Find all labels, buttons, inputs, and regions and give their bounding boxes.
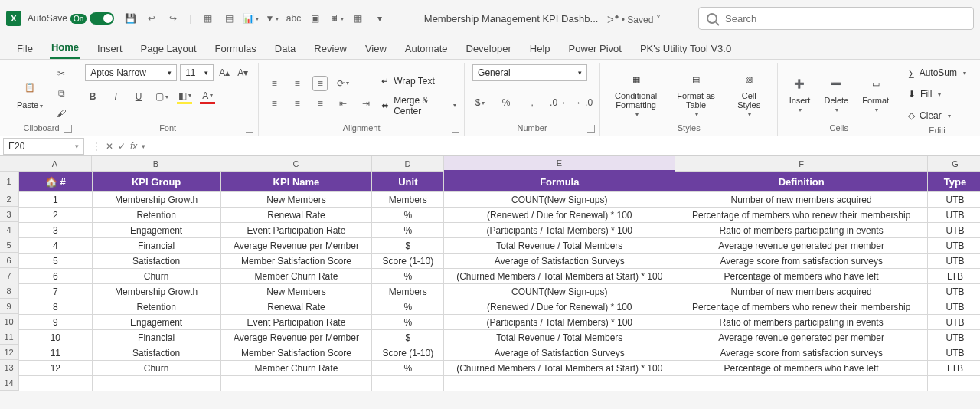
cell[interactable]: UTB: [928, 238, 980, 254]
cell[interactable]: 11: [19, 345, 93, 361]
cell[interactable]: Churn: [92, 361, 220, 376]
row-header-7[interactable]: 7: [0, 268, 18, 283]
autosave-toggle[interactable]: [90, 12, 114, 25]
merge-center-button[interactable]: ⬌Merge & Center: [381, 97, 456, 114]
cell[interactable]: (Churned Members / Total Members at Star…: [444, 361, 675, 376]
cell[interactable]: Percentage of members who have left: [675, 269, 928, 284]
dialog-launcher-alignment[interactable]: [452, 125, 459, 133]
cell[interactable]: Retention: [92, 299, 220, 315]
cell[interactable]: (Churned Members / Total Members at Star…: [444, 269, 675, 284]
increase-indent-icon[interactable]: ⇥: [358, 96, 374, 111]
cell[interactable]: Members: [372, 192, 444, 208]
decrease-decimal-icon[interactable]: ←.0: [577, 95, 592, 110]
macros-icon[interactable]: ▦: [351, 11, 365, 25]
cell[interactable]: COUNT(New Sign-ups): [444, 284, 675, 299]
qat-overflow-icon[interactable]: ▾: [373, 11, 387, 25]
formula-input[interactable]: [150, 141, 980, 152]
cell[interactable]: Number of new members acquired: [675, 284, 928, 299]
header-cell-E[interactable]: Formula: [444, 172, 675, 192]
ribbon-tab-help[interactable]: Help: [528, 40, 552, 59]
cell[interactable]: Member Satisfaction Score: [220, 254, 372, 269]
underline-button[interactable]: U: [131, 89, 146, 104]
dialog-launcher-clipboard[interactable]: [64, 125, 72, 133]
font-name-select[interactable]: Aptos Narrow▾: [85, 64, 177, 81]
cell[interactable]: (Renewed / Due for Renewal) * 100: [444, 299, 675, 315]
align-top-icon[interactable]: ≡: [266, 76, 282, 91]
cell[interactable]: New Members: [220, 192, 372, 208]
align-center-icon[interactable]: ≡: [289, 96, 305, 111]
cell[interactable]: 7: [19, 284, 93, 299]
row-header-10[interactable]: 10: [0, 314, 18, 329]
delete-cells-button[interactable]: ➖Delete: [821, 71, 851, 115]
cell[interactable]: UTB: [928, 330, 980, 345]
cell[interactable]: Engagement: [92, 315, 220, 330]
cell[interactable]: %: [372, 315, 444, 330]
cell[interactable]: Average Revenue per Member: [220, 238, 372, 254]
cell[interactable]: Percentage of members who have left: [675, 361, 928, 376]
cell[interactable]: 6: [19, 269, 93, 284]
increase-font-icon[interactable]: A▴: [217, 65, 232, 80]
cell[interactable]: Churn: [92, 269, 220, 284]
redo-icon[interactable]: ↪: [166, 11, 180, 25]
cell[interactable]: 2: [19, 208, 93, 223]
header-cell-C[interactable]: KPI Name: [220, 172, 372, 192]
cell[interactable]: Average revenue generated per member: [675, 238, 928, 254]
ribbon-tab-home[interactable]: Home: [50, 38, 80, 59]
header-cell-G[interactable]: Type: [928, 172, 980, 192]
calc-icon[interactable]: 🖩: [330, 11, 344, 25]
fx-dropdown-icon[interactable]: ▾: [142, 142, 145, 150]
cell[interactable]: Percentage of members who renew their me…: [675, 208, 928, 223]
cell[interactable]: Percentage of members who renew their me…: [675, 299, 928, 315]
pivot-icon[interactable]: ▤: [223, 11, 237, 25]
header-cell-F[interactable]: Definition: [675, 172, 928, 192]
number-format-select[interactable]: General▾: [472, 64, 587, 81]
cell[interactable]: (Participants / Total Members) * 100: [444, 315, 675, 330]
row-header-13[interactable]: 13: [0, 360, 18, 375]
cell[interactable]: Average revenue generated per member: [675, 330, 928, 345]
filter-icon[interactable]: ▼: [266, 11, 279, 25]
cell[interactable]: [19, 376, 93, 391]
decrease-indent-icon[interactable]: ⇤: [335, 96, 351, 111]
cell[interactable]: Satisfaction: [92, 345, 220, 361]
cell[interactable]: Score (1-10): [372, 345, 444, 361]
cell[interactable]: %: [372, 269, 444, 284]
row-header-1[interactable]: 1: [0, 172, 18, 191]
cell[interactable]: New Members: [220, 284, 372, 299]
cell[interactable]: %: [372, 361, 444, 376]
cell[interactable]: Members: [372, 284, 444, 299]
cell[interactable]: Total Revenue / Total Members: [444, 330, 675, 345]
cell[interactable]: Average score from satisfaction surveys: [675, 254, 928, 269]
insert-cells-button[interactable]: ➕Insert: [786, 71, 813, 115]
cell[interactable]: Member Churn Rate: [220, 361, 372, 376]
cell[interactable]: Member Churn Rate: [220, 269, 372, 284]
cell[interactable]: LTB: [928, 361, 980, 376]
row-header-12[interactable]: 12: [0, 345, 18, 360]
cell[interactable]: COUNT(New Sign-ups): [444, 192, 675, 208]
cell[interactable]: 10: [19, 330, 93, 345]
cell[interactable]: [220, 376, 372, 391]
fill-button[interactable]: ⬇Fill: [908, 86, 941, 103]
ribbon-tab-review[interactable]: Review: [312, 40, 348, 59]
cell[interactable]: Engagement: [92, 223, 220, 238]
paste-button[interactable]: 📋 Paste: [14, 76, 46, 111]
cell-styles-button[interactable]: ▧ Cell Styles: [728, 67, 770, 119]
autosum-button[interactable]: ∑AutoSum: [908, 64, 966, 81]
cell[interactable]: [444, 376, 675, 391]
ribbon-tab-insert[interactable]: Insert: [96, 40, 124, 59]
cell[interactable]: UTB: [928, 223, 980, 238]
search-box[interactable]: [698, 7, 974, 30]
cell[interactable]: 5: [19, 254, 93, 269]
font-size-select[interactable]: 11▾: [180, 64, 214, 81]
row-header-8[interactable]: 8: [0, 283, 18, 299]
align-bottom-icon[interactable]: ≡: [312, 76, 328, 91]
ribbon-tab-data[interactable]: Data: [273, 40, 297, 59]
cell[interactable]: Score (1-10): [372, 254, 444, 269]
cell[interactable]: 12: [19, 361, 93, 376]
cell[interactable]: Member Satisfaction Score: [220, 345, 372, 361]
cell[interactable]: 4: [19, 238, 93, 254]
name-box[interactable]: E20▾: [3, 138, 84, 155]
row-header-3[interactable]: 3: [0, 207, 18, 222]
cell[interactable]: %: [372, 208, 444, 223]
column-header-B[interactable]: B: [92, 156, 220, 172]
autosave[interactable]: AutoSave On: [28, 12, 114, 25]
